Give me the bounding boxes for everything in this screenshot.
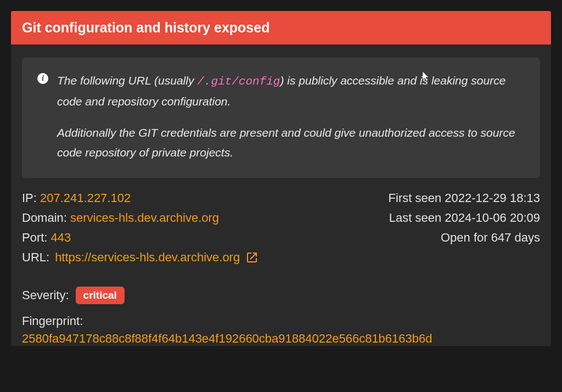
- domain-label: Domain:: [22, 211, 70, 225]
- fingerprint-value[interactable]: 2580fa947178c88c8f88f4f64b143e4f192660cb…: [22, 332, 540, 346]
- last-seen-row: Last seen 2024-10-06 20:09: [389, 211, 540, 225]
- last-seen-label: Last seen: [389, 211, 445, 225]
- open-for-value: 647 days: [491, 231, 540, 244]
- port-row: Port: 443: [22, 231, 258, 245]
- details-right: First seen 2022-12-29 18:13 Last seen 20…: [389, 191, 540, 265]
- ip-row: IP: 207.241.227.102: [22, 191, 258, 205]
- external-link-icon[interactable]: [245, 251, 258, 264]
- card-content: i The following URL (usually /.git/confi…: [11, 58, 551, 346]
- info-icon: i: [37, 73, 48, 84]
- url-value[interactable]: https://services-hls.dev.archive.org: [55, 250, 240, 265]
- info-text-part1: The following URL (usually: [57, 74, 197, 87]
- card-title: Git configuration and history exposed: [22, 20, 269, 35]
- vulnerability-card: Git configuration and history exposed i …: [11, 11, 551, 346]
- first-seen-label: First seen: [389, 191, 445, 205]
- severity-row: Severity: critical: [22, 287, 540, 304]
- first-seen-row: First seen 2022-12-29 18:13: [389, 191, 540, 205]
- domain-row: Domain: services-hls.dev.archive.org: [22, 211, 258, 225]
- severity-label: Severity:: [22, 288, 69, 303]
- first-seen-value: 2022-12-29 18:13: [445, 191, 540, 205]
- fingerprint-label: Fingerprint:: [22, 314, 540, 328]
- port-label: Port:: [22, 231, 51, 244]
- details-row: IP: 207.241.227.102 Domain: services-hls…: [22, 191, 540, 265]
- ip-label: IP:: [22, 191, 40, 205]
- open-for-row: Open for 647 days: [389, 231, 540, 245]
- details-left: IP: 207.241.227.102 Domain: services-hls…: [22, 191, 258, 265]
- last-seen-value: 2024-10-06 20:09: [445, 211, 540, 225]
- info-paragraph-1: The following URL (usually /.git/config)…: [57, 71, 525, 111]
- info-code-path: /.git/config: [197, 75, 280, 88]
- info-box: i The following URL (usually /.git/confi…: [22, 58, 540, 178]
- info-text: The following URL (usually /.git/config)…: [57, 71, 525, 163]
- url-label: URL:: [22, 250, 49, 265]
- port-value[interactable]: 443: [51, 231, 71, 244]
- fingerprint-row: Fingerprint: 2580fa947178c88c8f88f4f64b1…: [22, 314, 540, 346]
- open-for-label: Open for: [441, 231, 491, 244]
- severity-badge: critical: [76, 287, 125, 304]
- ip-value[interactable]: 207.241.227.102: [40, 191, 131, 205]
- info-paragraph-2: Additionally the GIT credentials are pre…: [57, 123, 525, 162]
- url-row: URL: https://services-hls.dev.archive.or…: [22, 250, 258, 265]
- domain-value[interactable]: services-hls.dev.archive.org: [70, 211, 219, 225]
- card-header: Git configuration and history exposed: [11, 11, 551, 44]
